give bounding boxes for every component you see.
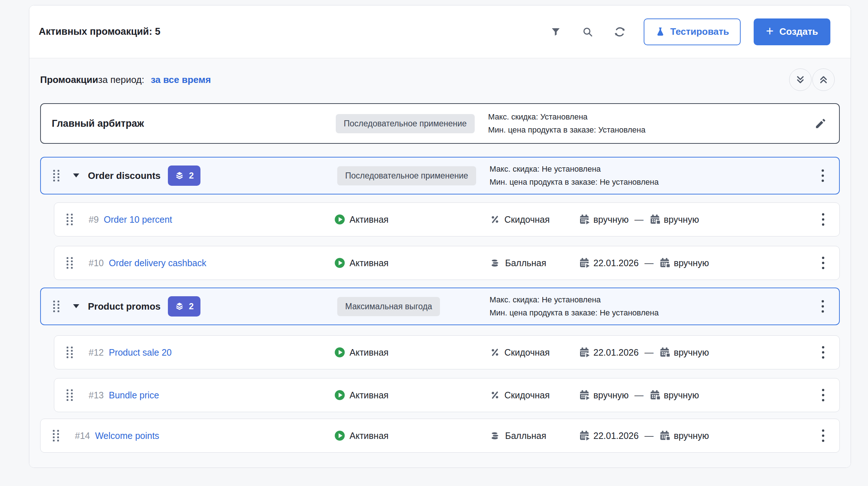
kebab-menu-icon — [821, 428, 825, 443]
edit-arbitrage-button[interactable] — [813, 116, 828, 131]
page-title: Активных промоакций: 5 — [39, 26, 160, 37]
promo-end-date: вручную — [664, 390, 699, 401]
promo-status: Активная — [350, 214, 389, 225]
period-suffix: за период: — [98, 74, 144, 85]
promo-end-date: вручную — [674, 431, 709, 441]
drag-handle-icon[interactable] — [53, 301, 59, 312]
caret-down-icon[interactable] — [73, 173, 79, 178]
promo-name-link[interactable]: Order delivery cashback — [109, 258, 207, 268]
calendar-end-icon — [649, 390, 660, 401]
calendar-start-icon — [579, 347, 590, 358]
filter-button[interactable] — [549, 25, 563, 39]
drag-handle-icon[interactable] — [67, 347, 73, 358]
calendar-end-icon — [659, 347, 670, 358]
period-row: Промоакции за период: за все время — [40, 68, 840, 91]
promotions-panel: Активных промоакций: 5 — [29, 5, 851, 468]
promo-end-date: вручную — [664, 214, 699, 225]
date-separator: — — [644, 347, 653, 358]
calendar-start-icon — [579, 430, 590, 441]
drag-handle-icon[interactable] — [67, 257, 73, 269]
promotions-list-panel: Промоакции за период: за все время Г — [29, 58, 851, 468]
promo-end-date: вручную — [674, 347, 709, 358]
coins-icon — [490, 257, 501, 268]
calendar-start-icon — [579, 257, 590, 268]
promo-row: #14 Welcome points Активная Балльная 22 — [40, 419, 840, 453]
promo-id: #10 — [89, 258, 104, 268]
group-row-product-promos: Product promos 2 Максимальная выгода — [40, 288, 840, 325]
layers-icon — [174, 171, 185, 181]
row-menu-button[interactable] — [819, 255, 827, 271]
date-separator: — — [635, 390, 644, 401]
promo-type: Балльная — [505, 258, 546, 268]
search-icon — [582, 26, 593, 37]
play-circle-icon — [334, 257, 345, 268]
row-menu-button[interactable] — [819, 211, 827, 227]
period-value-link[interactable]: за все время — [151, 74, 211, 85]
kebab-menu-icon — [821, 168, 825, 183]
row-menu-button[interactable] — [819, 344, 827, 360]
promo-status: Активная — [350, 390, 389, 401]
create-button[interactable]: + Создать — [754, 18, 830, 45]
kebab-menu-icon — [821, 345, 825, 360]
row-menu-button[interactable] — [819, 428, 827, 444]
apply-mode-badge: Максимальная выгода — [337, 297, 440, 316]
group-row-order-discounts: Order discounts 2 Последовательное приме… — [40, 157, 840, 194]
drag-handle-icon[interactable] — [53, 170, 59, 181]
promo-type: Балльная — [505, 431, 546, 441]
refresh-button[interactable] — [613, 25, 627, 39]
group-title: Product promos — [88, 301, 161, 312]
panel-header: Активных промоакций: 5 — [29, 5, 851, 58]
group-count-badge[interactable]: 2 — [168, 296, 200, 317]
row-menu-button[interactable] — [819, 387, 827, 403]
kebab-menu-icon — [821, 212, 825, 227]
kebab-menu-icon — [821, 256, 825, 270]
row-menu-button[interactable] — [819, 168, 827, 184]
refresh-icon — [614, 26, 626, 38]
promo-row: #12 Product sale 20 Активная Скидочная — [54, 335, 840, 369]
promo-start-date: 22.01.2026 — [593, 431, 639, 441]
arbitrage-row: Главный арбитраж Последовательное примен… — [40, 103, 840, 144]
drag-handle-icon[interactable] — [67, 389, 73, 401]
create-button-label: Создать — [779, 26, 818, 37]
min-price-line: Мин. цена продукта в заказе: Не установл… — [490, 308, 811, 318]
percent-icon — [490, 214, 500, 225]
play-circle-icon — [334, 214, 345, 225]
promo-name-link[interactable]: Product sale 20 — [109, 347, 172, 358]
promo-end-date: вручную — [674, 258, 709, 268]
promo-row: #9 Order 10 percent Активная Скидочная — [54, 202, 840, 236]
apply-mode-badge: Последовательное применение — [336, 114, 475, 133]
drag-handle-icon[interactable] — [53, 430, 59, 441]
promo-name-link[interactable]: Welcome points — [95, 431, 159, 441]
min-price-line: Мин. цена продукта в заказе: Установлена — [488, 125, 812, 135]
date-separator: — — [635, 214, 644, 225]
percent-icon — [490, 347, 500, 357]
plus-icon: + — [766, 25, 774, 38]
date-separator: — — [644, 431, 653, 441]
play-circle-icon — [334, 390, 345, 401]
pencil-icon — [814, 117, 827, 130]
drag-handle-icon[interactable] — [67, 214, 73, 225]
test-button[interactable]: Тестировать — [644, 18, 741, 45]
promo-start-date: вручную — [593, 390, 629, 401]
promo-name-link[interactable]: Bundle price — [109, 390, 159, 401]
arbitrage-title: Главный арбитраж — [52, 118, 144, 129]
promo-start-date: 22.01.2026 — [593, 347, 639, 358]
promo-type: Скидочная — [504, 390, 550, 401]
play-circle-icon — [334, 430, 345, 441]
row-menu-button[interactable] — [819, 298, 827, 314]
expand-all-button[interactable] — [812, 68, 835, 91]
coins-icon — [490, 430, 501, 441]
max-discount-line: Макс. скидка: Не установлена — [490, 295, 811, 305]
group-count: 2 — [189, 171, 194, 181]
min-price-line: Мин. цена продукта в заказе: Не установл… — [490, 177, 811, 187]
layers-icon — [174, 301, 185, 311]
double-chevron-down-icon — [795, 74, 806, 85]
collapse-all-button[interactable] — [789, 68, 812, 91]
group-count-badge[interactable]: 2 — [168, 166, 200, 186]
promo-name-link[interactable]: Order 10 percent — [104, 214, 172, 225]
search-button[interactable] — [581, 25, 594, 39]
max-discount-line: Макс. скидка: Установлена — [488, 112, 812, 122]
caret-down-icon[interactable] — [73, 304, 79, 309]
collapse-controls — [789, 68, 835, 91]
calendar-end-icon — [659, 430, 670, 441]
